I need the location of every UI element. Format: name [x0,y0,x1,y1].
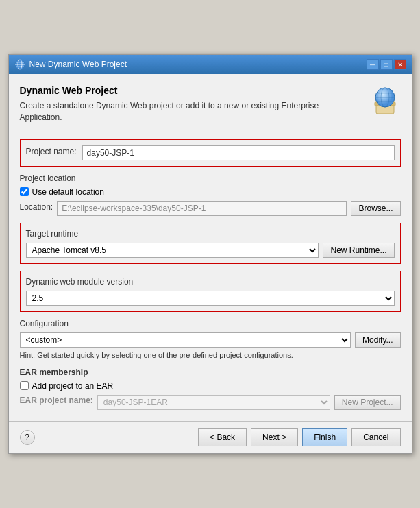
window-icon [14,59,25,70]
location-label: Location: [20,202,53,212]
web-module-version-select[interactable]: 2.5 3.0 3.1 4.0 [26,291,395,306]
header-section: Dynamic Web Project Create a standalone … [20,85,401,123]
web-module-version-group: Dynamic web module version 2.5 3.0 3.1 4… [20,271,401,312]
title-bar-left: New Dynamic Web Project [14,59,127,70]
browse-button[interactable]: Browse... [351,201,400,216]
new-project-button[interactable]: New Project... [334,395,401,410]
minimize-button[interactable]: ─ [367,59,379,70]
title-bar-buttons: ─ □ ✕ [367,59,406,70]
window-title: New Dynamic Web Project [29,60,127,69]
footer-right: < Back Next > Finish Cancel [198,428,400,446]
project-location-label: Project location [20,173,401,183]
finish-button[interactable]: Finish [302,428,347,446]
new-runtime-button[interactable]: New Runtime... [323,243,394,258]
modify-button[interactable]: Modify... [355,332,400,348]
footer-left: ? [20,430,35,445]
configuration-select[interactable]: <custom> Default Configuration for Apach… [20,332,351,348]
project-name-group: Project name: [20,139,401,167]
configuration-label: Configuration [20,319,401,328]
target-runtime-group: Target runtime Apache Tomcat v8.5 New Ru… [20,223,401,264]
target-runtime-label: Target runtime [26,229,395,239]
dialog-description: Create a standalone Dynamic Web project … [20,100,342,123]
location-row: Location: Browse... [20,201,401,216]
ear-checkbox-label: Add project to an EAR [32,381,114,391]
title-bar: New Dynamic Web Project ─ □ ✕ [9,55,412,74]
configuration-group: Configuration <custom> Default Configura… [20,319,401,361]
main-window: New Dynamic Web Project ─ □ ✕ Dynamic We… [8,54,412,454]
default-location-row: Use default location [20,187,401,197]
location-input[interactable] [57,201,347,216]
ear-checkbox[interactable] [20,381,29,390]
ear-membership-group: EAR membership Add project to an EAR EAR… [20,367,401,410]
ear-membership-label: EAR membership [20,367,401,377]
header-text: Dynamic Web Project Create a standalone … [20,85,342,123]
project-name-input[interactable] [82,145,395,160]
cancel-button[interactable]: Cancel [351,428,400,446]
globe-icon [369,85,401,117]
ear-checkbox-row: Add project to an EAR [20,381,401,391]
help-button[interactable]: ? [20,430,35,445]
close-button[interactable]: ✕ [394,59,406,70]
maximize-button[interactable]: □ [380,59,393,70]
configuration-hint: Hint: Get started quickly by selecting o… [20,350,401,361]
ear-project-name-select[interactable]: day50-JSP-1EAR [97,395,330,410]
configuration-dropdown-row: <custom> Default Configuration for Apach… [20,332,401,348]
web-module-version-label: Dynamic web module version [26,277,395,287]
next-button[interactable]: Next > [251,428,298,446]
ear-project-name-row: EAR project name: day50-JSP-1EAR New Pro… [20,395,401,410]
default-location-checkbox[interactable] [20,187,29,196]
dialog-content: Dynamic Web Project Create a standalone … [9,74,412,421]
default-location-label: Use default location [32,187,104,197]
ear-project-name-label: EAR project name: [20,396,93,405]
project-location-group: Project location Use default location Lo… [20,173,401,216]
header-divider [20,132,401,132]
target-runtime-select[interactable]: Apache Tomcat v8.5 [26,243,319,258]
dialog-title: Dynamic Web Project [20,85,342,96]
back-button[interactable]: < Back [198,428,247,446]
runtime-dropdown-row: Apache Tomcat v8.5 New Runtime... [26,243,395,258]
project-name-label: Project name: [26,147,77,156]
dialog-footer: ? < Back Next > Finish Cancel [9,421,412,453]
